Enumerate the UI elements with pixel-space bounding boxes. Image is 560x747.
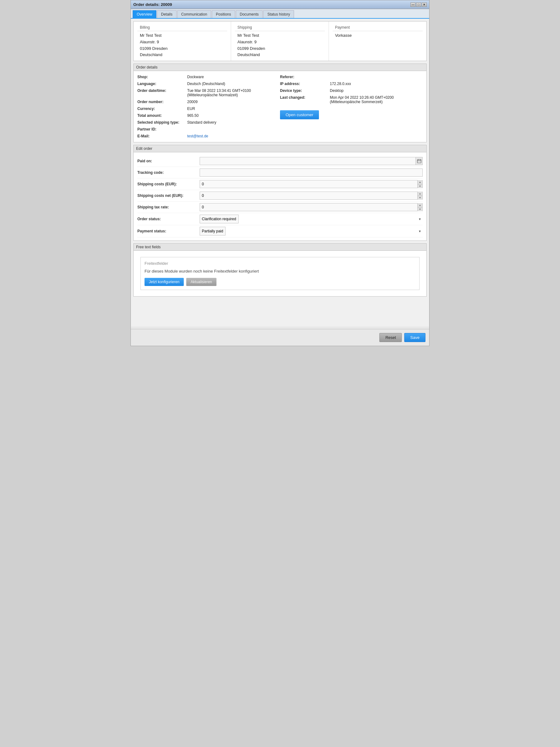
total-amount-row: Total amount: 965.50 — [137, 112, 280, 119]
shop-row: Shop: Dockware — [137, 74, 280, 80]
shipping-type-row: Selected shipping type: Standard deliver… — [137, 119, 280, 126]
svg-rect-0 — [417, 159, 421, 163]
shipping-name: Mr Test Test — [237, 32, 322, 39]
shipping-costs-net-down[interactable]: ▼ — [417, 196, 422, 200]
shipping-costs-net-label: Shipping costs net (EUR): — [137, 194, 199, 198]
shipping-costs-net-spinner: ▲ ▼ — [417, 191, 422, 200]
email-value: test@test.de — [187, 134, 208, 138]
bottom-bar: Reset Save — [131, 329, 429, 346]
close-button[interactable]: ✕ — [422, 2, 427, 7]
order-details-section: Order details Shop: Dockware Language: D… — [133, 63, 427, 143]
order-number-label: Order number: — [137, 100, 187, 104]
shipping-costs-down[interactable]: ▼ — [417, 184, 422, 188]
last-changed-label: Last changed: — [280, 95, 330, 100]
update-button[interactable]: Aktualisieren — [186, 278, 216, 286]
shipping-costs-input-wrapper: ▲ ▼ — [199, 180, 423, 188]
ip-row: IP address: 172.28.0.xxx — [280, 80, 423, 87]
shipping-costs-net-input-wrapper: ▲ ▼ — [199, 191, 423, 200]
shipping-type-label: Selected shipping type: — [137, 120, 187, 125]
order-status-select-wrapper: Clarification required Open In process C… — [199, 215, 423, 223]
shipping-address: Mr Test Test Alaunstr. 9 01099 Dresden D… — [235, 31, 324, 58]
shipping-tax-rate-spinner: ▲ ▼ — [417, 203, 422, 211]
open-customer-container: Open customer — [280, 108, 423, 119]
tab-positions[interactable]: Positions — [212, 10, 235, 18]
language-row: Language: Deutsch (Deutschland) — [137, 80, 280, 87]
order-number-value: 20009 — [187, 100, 197, 104]
payment-label: Payment — [332, 24, 423, 31]
shipping-costs-label: Shipping costs (EUR): — [137, 182, 199, 186]
tab-documents[interactable]: Documents — [236, 10, 263, 18]
last-changed-row: Last changed: Mon Apr 04 2022 10:26:40 G… — [280, 94, 423, 105]
paid-on-input-wrapper — [199, 157, 423, 165]
order-datetime-value: Tue Mar 08 2022 13:34:41 GMT+0100 (Mitte… — [187, 88, 280, 97]
edit-order-section: Edit order Paid on: Tracking code: — [133, 145, 427, 241]
total-amount-label: Total amount: — [137, 113, 187, 118]
shipping-type-value: Standard delivery — [187, 120, 216, 125]
shipping-costs-input[interactable] — [200, 180, 417, 188]
free-text-body: Freitextfelder Für dieses Module wurden … — [134, 251, 426, 296]
edit-order-body: Paid on: Tracking code: Shipping cost — [134, 152, 426, 240]
calendar-icon — [417, 159, 421, 163]
tab-overview[interactable]: Overview — [133, 10, 156, 18]
shop-value: Dockware — [187, 75, 204, 79]
order-number-row: Order number: 20009 — [137, 98, 280, 105]
billing-street: Alaunstr. 9 — [140, 39, 224, 46]
content-area: Billing Mr Test Test Alaunstr. 9 01099 D… — [131, 19, 429, 327]
billing-name: Mr Test Test — [140, 32, 224, 39]
title-bar: Order details: 20009 — □ ✕ — [131, 0, 429, 9]
referer-label: Referer: — [280, 75, 330, 79]
save-button[interactable]: Save — [404, 333, 425, 342]
shipping-costs-net-input[interactable] — [200, 192, 417, 199]
freitextfelder-label: Freitextfelder — [144, 261, 416, 266]
language-value: Deutsch (Deutschland) — [187, 82, 225, 86]
order-details-left: Shop: Dockware Language: Deutsch (Deutsc… — [137, 74, 280, 139]
billing-cell: Billing Mr Test Test Alaunstr. 9 01099 D… — [134, 22, 231, 61]
maximize-button[interactable]: □ — [416, 2, 421, 7]
free-text-section: Free text fields Freitextfelder Für dies… — [133, 243, 427, 297]
payment-status-select-wrapper: Partially paid Unpaid Paid Refunded ▼ — [199, 227, 423, 235]
currency-label: Currency: — [137, 106, 187, 111]
shipping-tax-rate-input[interactable] — [200, 203, 417, 211]
ip-value: 172.28.0.xxx — [330, 82, 351, 86]
order-details-grid: Shop: Dockware Language: Deutsch (Deutsc… — [134, 71, 426, 142]
shipping-costs-up[interactable]: ▲ — [417, 180, 422, 184]
configure-button[interactable]: Jetzt konfigurieren — [144, 278, 184, 286]
total-amount-value: 965.50 — [187, 113, 199, 118]
tab-details[interactable]: Details — [157, 10, 177, 18]
order-status-label: Order status: — [137, 217, 199, 221]
shipping-costs-row: Shipping costs (EUR): ▲ ▼ — [137, 179, 423, 190]
shipping-tax-rate-up[interactable]: ▲ — [417, 203, 422, 207]
reset-button[interactable]: Reset — [379, 333, 402, 342]
language-label: Language: — [137, 82, 187, 86]
billing-city: 01099 Dresden — [140, 46, 224, 52]
order-details-right: Referer: IP address: 172.28.0.xxx Device… — [280, 74, 423, 139]
shop-label: Shop: — [137, 75, 187, 79]
shipping-country: Deutschland — [237, 52, 322, 58]
payment-status-select[interactable]: Partially paid Unpaid Paid Refunded — [199, 227, 225, 235]
shipping-costs-net-row: Shipping costs net (EUR): ▲ ▼ — [137, 190, 423, 202]
billing-country: Deutschland — [140, 52, 224, 58]
tracking-code-label: Tracking code: — [137, 171, 199, 175]
paid-on-input[interactable] — [200, 157, 416, 165]
paid-on-row: Paid on: — [137, 155, 423, 167]
partner-id-row: Partner ID: — [137, 126, 280, 133]
window-controls: — □ ✕ — [410, 2, 427, 7]
payment-method-value: Vorkasse — [335, 32, 420, 39]
tracking-code-input[interactable] — [199, 169, 423, 177]
minimize-button[interactable]: — — [410, 2, 416, 7]
payment-cell: Payment Vorkasse — [329, 22, 426, 61]
last-changed-value: Mon Apr 04 2022 10:26:40 GMT+0200 (Mitte… — [330, 95, 423, 104]
shipping-costs-net-up[interactable]: ▲ — [417, 191, 422, 196]
order-status-arrow: ▼ — [418, 217, 421, 221]
payment-status-arrow: ▼ — [418, 230, 421, 233]
open-customer-button[interactable]: Open customer — [280, 110, 319, 119]
order-details-header: Order details — [134, 64, 426, 71]
tab-status-history[interactable]: Status history — [263, 10, 294, 18]
order-status-select[interactable]: Clarification required Open In process C… — [199, 215, 239, 223]
shipping-tax-rate-down[interactable]: ▼ — [417, 207, 422, 211]
referer-row: Referer: — [280, 74, 423, 80]
tab-communication[interactable]: Communication — [177, 10, 211, 18]
email-row: E-Mail: test@test.de — [137, 133, 280, 139]
calendar-button[interactable] — [416, 157, 422, 165]
device-label: Device type: — [280, 88, 330, 93]
